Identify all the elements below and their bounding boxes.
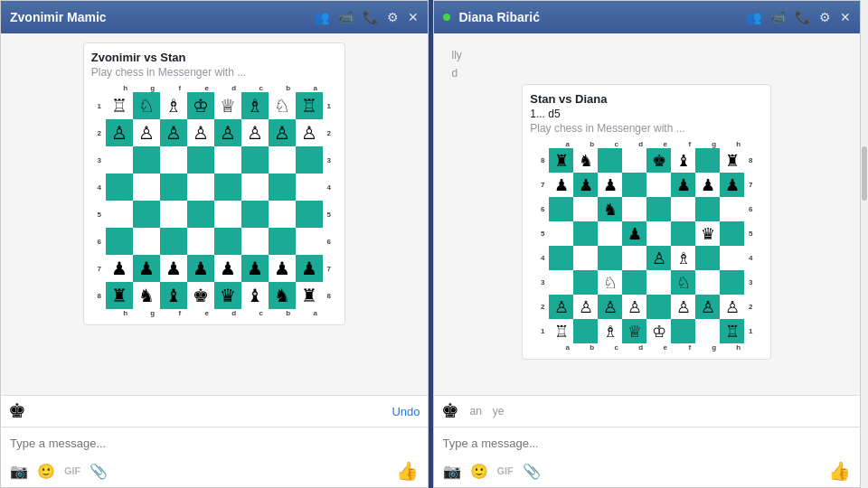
row-label: 2 <box>536 295 549 319</box>
board-cell: ♟ <box>241 255 269 282</box>
chess-king-icon-1[interactable]: ♚ <box>8 399 26 423</box>
gif-label-2[interactable]: GIF <box>497 465 514 476</box>
board-cell <box>720 197 744 221</box>
row-label: 5 <box>93 201 106 228</box>
row-label: 8 <box>323 282 335 309</box>
message-input-2[interactable] <box>443 436 852 450</box>
board-cell: ♞ <box>269 282 296 309</box>
board-cell <box>106 228 133 255</box>
board-row: 4♙♗4 <box>536 246 757 270</box>
board-row: 3♘♘3 <box>536 270 757 295</box>
like-button-1[interactable]: 👍 <box>396 460 419 482</box>
board-cell: ♖ <box>720 319 744 343</box>
toolbar-icons-2: 📷 🙂 GIF 📎 <box>443 463 541 480</box>
attach-icon-2[interactable]: 📎 <box>523 463 541 480</box>
board-cell: ♙ <box>598 295 622 319</box>
row-label: 3 <box>323 146 335 174</box>
board-cell <box>622 197 646 221</box>
row-label: 1 <box>536 319 549 343</box>
board-cell <box>269 201 296 228</box>
add-friend-icon-2[interactable]: 👥 <box>746 10 761 24</box>
board-cell <box>187 174 214 201</box>
gear-icon-2[interactable]: ⚙ <box>819 10 831 24</box>
row-label: 6 <box>323 228 335 255</box>
row-label: 8 <box>93 282 106 309</box>
board-cell: ♙ <box>187 119 214 146</box>
row-label: 7 <box>93 255 106 282</box>
row-label: 5 <box>536 221 549 246</box>
board-cell: ♜ <box>296 282 323 309</box>
close-icon-2[interactable]: ✕ <box>840 10 851 24</box>
add-friend-icon-1[interactable]: 👥 <box>314 10 329 24</box>
partial-text-area: d <box>443 62 852 80</box>
row-label: 1 <box>323 92 335 119</box>
board-cell <box>646 270 671 295</box>
board-cell: ♗ <box>241 92 269 119</box>
board-cell <box>671 197 695 221</box>
video-icon-1[interactable]: 📹 <box>338 10 354 24</box>
chat-title-1: Zvonimir Mamic <box>10 10 107 24</box>
row-label: 4 <box>323 174 335 201</box>
board-row: 2♙♙♙♙♙♙♙♙2 <box>93 119 335 146</box>
board-cell <box>214 174 241 201</box>
board-cell <box>573 221 598 246</box>
board-cell: ♗ <box>160 92 187 119</box>
board-cell: ♟ <box>133 255 160 282</box>
phone-icon-1[interactable]: 📞 <box>363 10 378 24</box>
board-cell: ♙ <box>622 295 646 319</box>
board-row: 55 <box>93 201 335 228</box>
board-cell: ♟ <box>549 173 573 197</box>
attach-icon-1[interactable]: 📎 <box>90 463 108 480</box>
board-cell: ♘ <box>598 270 622 295</box>
phone-icon-2[interactable]: 📞 <box>795 10 810 24</box>
board-cell: ♞ <box>573 148 598 173</box>
board-cell: ♙ <box>106 119 133 146</box>
online-indicator <box>443 14 450 21</box>
board-cell: ♗ <box>598 319 622 343</box>
board-cell: ♟ <box>269 255 296 282</box>
video-icon-2[interactable]: 📹 <box>770 10 786 24</box>
toolbar-1: 📷 🙂 GIF 📎 👍 <box>1 458 428 487</box>
chess-message-title-2: Stan vs Diana <box>530 92 763 106</box>
board-cell <box>269 146 296 174</box>
board-cell <box>106 201 133 228</box>
col-label: f <box>166 84 193 92</box>
gif-label-1[interactable]: GIF <box>64 465 80 476</box>
board-cell: ♔ <box>646 319 671 343</box>
undo-button[interactable]: Undo <box>392 405 420 418</box>
board-cell <box>241 201 269 228</box>
board-cell <box>269 228 296 255</box>
board-cell <box>187 201 214 228</box>
col-label: a <box>302 84 329 92</box>
gear-icon-1[interactable]: ⚙ <box>387 10 399 24</box>
board-cell: ♟ <box>695 173 720 197</box>
board-cell <box>573 270 598 295</box>
board-cell: ♖ <box>296 92 323 119</box>
board-cell <box>214 146 241 174</box>
board-cell <box>598 246 622 270</box>
board-cell: ♙ <box>549 295 573 319</box>
board-cell <box>695 246 720 270</box>
like-button-2[interactable]: 👍 <box>828 460 851 482</box>
close-icon-1[interactable]: ✕ <box>408 10 419 24</box>
board-cell <box>296 201 323 228</box>
partial-footer-text2: ye <box>493 405 505 418</box>
chess-message-title-1: Zvonimir vs Stan <box>91 51 337 64</box>
chess-message-sub-1: Play chess in Messenger with ... <box>91 66 337 79</box>
board-row: 5♟♛5 <box>536 221 757 246</box>
board-cell: ♟ <box>720 173 744 197</box>
board-cell <box>241 228 269 255</box>
camera-icon-2[interactable]: 📷 <box>443 463 461 480</box>
chess-board-1: 1♖♘♗♔♕♗♘♖12♙♙♙♙♙♙♙♙2334455667♟♟♟♟♟♟♟♟78♜… <box>93 92 335 309</box>
board-cell: ♝ <box>671 148 695 173</box>
board-row: 8♜♞♚♝♜8 <box>536 148 757 173</box>
chess-message-move: 1... d5 <box>530 108 763 120</box>
board-cell: ♟ <box>106 255 133 282</box>
chess-king-icon-2[interactable]: ♚ <box>441 399 459 423</box>
board-cell: ♛ <box>695 221 720 246</box>
camera-icon-1[interactable]: 📷 <box>10 463 28 480</box>
scrollbar[interactable] <box>861 0 868 488</box>
emoji-icon-1[interactable]: 🙂 <box>37 463 55 480</box>
message-input-1[interactable] <box>10 436 419 450</box>
emoji-icon-2[interactable]: 🙂 <box>470 463 488 480</box>
